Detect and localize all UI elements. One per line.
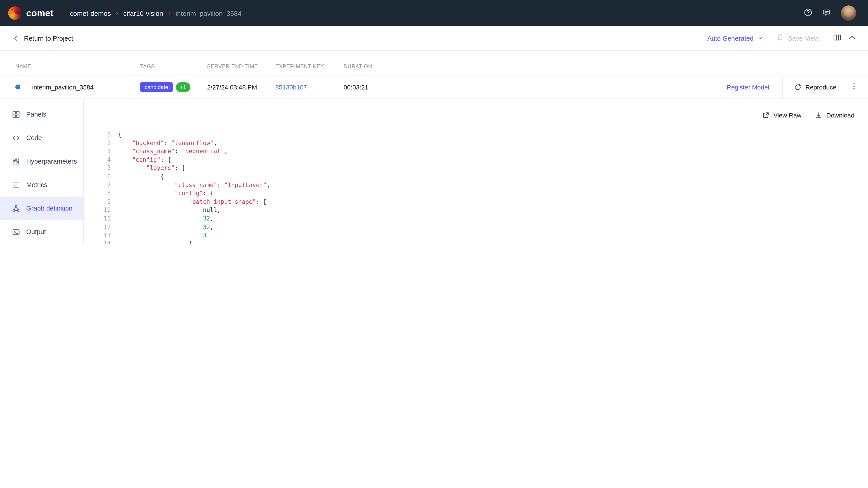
view-toolbar: Return to Project Auto Generated Save Vi…	[0, 26, 868, 51]
line-number: 14	[84, 240, 111, 244]
experiment-key-link[interactable]: 85130b107	[275, 84, 307, 91]
line-number: 7	[84, 181, 111, 189]
breadcrumb-item-interim-pavilion-3584: interim_pavilion_3584	[176, 9, 242, 17]
code-line-content: "class_name": "InputLayer",	[118, 181, 270, 189]
code-line: 5 "layers": [	[84, 164, 868, 173]
comet-logo-icon	[8, 6, 22, 20]
download-button[interactable]: Download	[815, 111, 855, 119]
experiment-duration: 00:03:21	[344, 84, 407, 91]
code-line-content: "config": {	[118, 189, 214, 198]
feedback-button[interactable]	[822, 8, 831, 18]
experiment-table: NAME TAGS SERVER END TIME EXPERIMENT KEY…	[0, 57, 868, 99]
line-number: 13	[84, 231, 111, 240]
name-column-divider	[135, 57, 136, 100]
column-header-tags: TAGS	[135, 64, 207, 69]
chevron-down-icon	[757, 35, 763, 42]
experiment-tags: candidate+1	[135, 82, 207, 92]
reproduce-icon	[794, 84, 801, 91]
sidebar-item-label: Graph definition	[26, 205, 72, 212]
viewer-actions: View Raw Download	[762, 111, 855, 119]
column-header-name: NAME	[0, 64, 135, 69]
code-line: 1{	[84, 131, 868, 139]
tag-overflow-badge[interactable]: +1	[176, 82, 190, 92]
experiment-row[interactable]: interim_pavilion_3584 candidate+1 2/27/2…	[0, 75, 868, 99]
output-icon	[12, 228, 20, 236]
code-line-content: "layers": [	[118, 164, 185, 173]
comet-logo-text: comet	[26, 8, 54, 18]
code-line-content: "backend": "tensorflow",	[118, 139, 217, 147]
sidebar-item-metrics[interactable]: Metrics	[0, 173, 83, 197]
table-view-button[interactable]	[833, 33, 841, 43]
return-to-project-label: Return to Project	[24, 35, 73, 42]
code-line-content: null,	[118, 206, 221, 215]
help-button[interactable]	[804, 8, 812, 18]
kebab-menu-icon	[850, 82, 858, 92]
code-line-content: {	[118, 131, 122, 139]
table-header: NAME TAGS SERVER END TIME EXPERIMENT KEY…	[0, 57, 868, 75]
user-avatar[interactable]	[841, 5, 856, 21]
code-line: 8 "config": {	[84, 189, 868, 198]
view-raw-label: View Raw	[773, 111, 801, 119]
content-area: PanelsCodeHyperparametersMetricsGraph de…	[0, 99, 868, 244]
download-icon	[815, 111, 822, 119]
hyperparameters-icon	[12, 158, 20, 165]
reproduce-label: Reproduce	[805, 84, 836, 91]
app-header: comet comet-demos›cifar10-vision›interim…	[0, 0, 868, 26]
app-root: comet comet-demos›cifar10-vision›interim…	[0, 0, 868, 244]
line-number: 2	[84, 139, 111, 147]
sidebar-item-graph-definition[interactable]: Graph definition	[0, 197, 83, 220]
sidebar-item-code[interactable]: Code	[0, 126, 83, 150]
breadcrumb-separator-icon: ›	[116, 9, 119, 17]
view-raw-button[interactable]: View Raw	[762, 111, 801, 119]
register-model-link[interactable]: Register Model	[727, 84, 769, 91]
back-chevron-icon	[13, 35, 19, 41]
code-line: 11 32,	[84, 215, 868, 223]
line-number: 9	[84, 198, 111, 206]
row-menu-button[interactable]	[850, 82, 858, 92]
sidebar-item-hyperparameters[interactable]: Hyperparameters	[0, 150, 83, 173]
sidebar: PanelsCodeHyperparametersMetricsGraph de…	[0, 99, 84, 244]
line-number: 3	[84, 147, 111, 156]
actions-divider	[782, 75, 782, 98]
code-line: 9 "batch_input_shape": [	[84, 198, 868, 206]
feedback-icon	[822, 8, 831, 18]
code-icon	[12, 134, 20, 142]
return-to-project-button[interactable]: Return to Project	[13, 35, 73, 42]
line-number: 6	[84, 173, 111, 181]
experiment-end-time: 2/27/24 03:48 PM	[207, 84, 275, 91]
code-line: 13 3	[84, 231, 868, 240]
line-number: 1	[84, 131, 111, 139]
view-selector-dropdown[interactable]: Auto Generated	[707, 35, 763, 42]
code-viewer[interactable]: 1{2 "backend": "tensorflow",3 "class_nam…	[84, 131, 868, 244]
help-icon	[804, 8, 812, 18]
code-line: 14 ],	[84, 240, 868, 244]
code-line-content: 3	[118, 231, 206, 240]
sidebar-item-system-metrics[interactable]: System metrics	[0, 243, 83, 244]
breadcrumb-item-comet-demos[interactable]: comet-demos	[70, 9, 111, 17]
code-line-content: "config": {	[118, 156, 171, 164]
save-view-button[interactable]: Save View	[777, 34, 819, 42]
experiment-name: interim_pavilion_3584	[32, 84, 94, 91]
comet-logo[interactable]: comet	[8, 6, 54, 20]
line-number: 4	[84, 156, 111, 164]
code-line: 12 32,	[84, 223, 868, 231]
header-actions	[804, 5, 856, 21]
sidebar-item-label: Output	[26, 228, 46, 235]
main-panel: View Raw Download 1{2 "backend": "tensor…	[84, 99, 868, 244]
reproduce-button[interactable]: Reproduce	[794, 84, 836, 91]
toolbar-right: Auto Generated Save View	[707, 33, 856, 43]
code-line: 4 "config": {	[84, 156, 868, 164]
sidebar-item-output[interactable]: Output	[0, 220, 83, 243]
column-header-duration: DURATION	[344, 64, 407, 69]
sidebar-item-panels[interactable]: Panels	[0, 103, 83, 126]
code-line: 3 "class_name": "Sequential",	[84, 147, 868, 156]
code-line: 10 null,	[84, 206, 868, 215]
table-view-icon	[833, 33, 841, 43]
breadcrumb-item-cifar10-vision[interactable]: cifar10-vision	[123, 9, 163, 17]
save-view-label: Save View	[788, 35, 819, 42]
collapse-button[interactable]	[848, 33, 856, 43]
code-line-content: ],	[118, 240, 196, 244]
sidebar-item-label: Code	[26, 134, 42, 141]
code-line-content: 32,	[118, 215, 214, 223]
breadcrumb: comet-demos›cifar10-vision›interim_pavil…	[70, 9, 242, 17]
